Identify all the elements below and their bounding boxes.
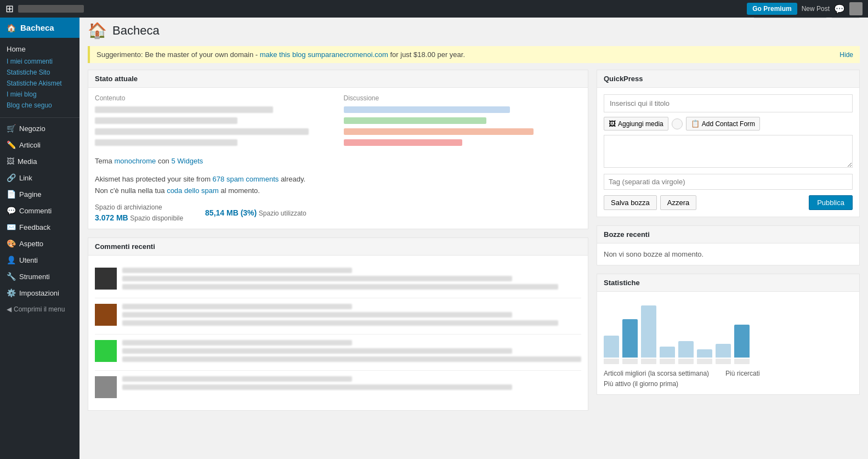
stats-chart <box>604 298 853 364</box>
wp-logo-icon[interactable]: ⊞ <box>5 3 14 15</box>
add-media-button[interactable]: 🖼 Aggiungi media <box>604 117 668 131</box>
new-post-link[interactable]: New Post <box>802 5 830 13</box>
utenti-icon: 👤 <box>7 256 16 264</box>
comment-item-1 <box>95 262 581 298</box>
blurred-bar-3 <box>95 128 309 135</box>
sidebar-subitem-miei-blog[interactable]: I miei blog <box>0 89 80 100</box>
sidebar-item-utenti[interactable]: 👤 Utenti <box>0 252 80 268</box>
comment-blurred-text-4 <box>122 320 558 326</box>
bacheca-icon: 🏠 <box>88 21 107 39</box>
screen-options-button[interactable]: Impostazioni schermo ▾ <box>753 18 827 18</box>
add-contact-form-button[interactable]: 📋 Add Contact Form <box>686 117 760 131</box>
statistiche-header: Statistiche <box>597 274 859 292</box>
sidebar-item-aspetto-label: Aspetto <box>19 240 43 248</box>
sidebar-item-pagine-label: Pagine <box>19 190 41 199</box>
coda-spam-link[interactable]: coda dello spam <box>167 186 219 195</box>
notice-hide-button[interactable]: Hide <box>839 51 853 59</box>
stat-bar-label <box>697 359 712 364</box>
articoli-icon: ✏️ <box>7 140 16 149</box>
sidebar-item-aspetto[interactable]: 🎨 Aspetto <box>0 235 80 252</box>
salva-bozza-button[interactable]: Salva bozza <box>604 195 657 210</box>
sidebar: 🏠 Bacheca Home I miei commenti Statistic… <box>0 18 80 459</box>
sidebar-item-utenti-label: Utenti <box>19 256 38 264</box>
sidebar-title[interactable]: Bacheca <box>20 23 54 32</box>
quickpress-actions: Salva bozza Azzera Pubblica <box>604 195 853 210</box>
stat-bar <box>641 305 656 358</box>
sidebar-item-media[interactable]: 🖼 Media <box>0 153 80 169</box>
right-column: QuickPress 🖼 Aggiungi media 📋 Add Con <box>597 70 860 419</box>
notification-icon[interactable]: 💬 <box>834 4 845 14</box>
sidebar-subitem-commenti[interactable]: I miei commenti <box>0 56 80 67</box>
comment-item-3 <box>95 335 581 371</box>
stat-bar-group <box>660 347 675 364</box>
sidebar-item-feedback-label: Feedback <box>19 223 50 231</box>
stat-bar-label <box>716 359 731 364</box>
toolbar-separator <box>672 118 683 129</box>
comment-blurred-name-1 <box>122 268 352 273</box>
colored-bar-4 <box>344 139 463 146</box>
sidebar-item-link[interactable]: 🔗 Link <box>0 169 80 186</box>
sidebar-subitem-statistiche-sito[interactable]: Statistiche Sito <box>0 67 80 78</box>
spam-link[interactable]: 678 spam comments <box>213 175 279 183</box>
negozio-icon: 🛒 <box>7 124 16 133</box>
user-area <box>849 2 863 15</box>
stat-bar-group <box>641 305 656 364</box>
azzera-button[interactable]: Azzera <box>660 195 696 210</box>
comment-blurred-text-5 <box>122 348 512 354</box>
sidebar-item-strumenti[interactable]: 🔧 Strumenti <box>0 268 80 285</box>
bozze-recenti-header: Bozze recenti <box>597 226 859 243</box>
comment-item-2 <box>95 298 581 335</box>
sidebar-item-commenti[interactable]: 💬 Commenti <box>0 202 80 219</box>
sidebar-item-pagine[interactable]: 📄 Pagine <box>0 186 80 202</box>
notice-make-blog-link[interactable]: make this blog <box>260 50 306 59</box>
user-avatar[interactable] <box>849 2 863 15</box>
sidebar-item-impostazioni[interactable]: ⚙️ Impostazioni <box>0 285 80 301</box>
quickpress-widget: QuickPress 🖼 Aggiungi media 📋 Add Con <box>597 70 860 217</box>
storage-info: Spazio di archiviazione 3.072 MB Spazio … <box>95 203 581 222</box>
statistiche-body: Articoli migliori (la scorsa settimana) … <box>597 292 859 394</box>
dashboard-columns: Stato attuale Contenuto Discuss <box>88 70 860 419</box>
stat-bar-label <box>734 359 750 364</box>
comment-avatar-4 <box>95 376 117 398</box>
widgets-link[interactable]: 5 Widgets <box>171 157 203 165</box>
comment-content-4 <box>122 376 581 398</box>
strumenti-icon: 🔧 <box>7 272 16 281</box>
stat-bar <box>697 349 712 358</box>
commenti-recenti-body <box>88 256 588 410</box>
tema-link[interactable]: monochrome <box>114 157 156 165</box>
sidebar-item-articoli[interactable]: ✏️ Articoli <box>0 137 80 153</box>
comment-blurred-text-7 <box>122 384 512 390</box>
sidebar-subitem-statistiche-akismet[interactable]: Statistiche Akismet <box>0 78 80 89</box>
link-icon: 🔗 <box>7 173 16 182</box>
comment-avatar-2 <box>95 304 117 326</box>
quickpress-content-input[interactable] <box>604 135 853 168</box>
collapse-menu[interactable]: ◀ Comprimi il menu <box>0 301 80 318</box>
stato-attuale-body: Contenuto Discussione <box>88 88 588 229</box>
collapse-label: Comprimi il menu <box>14 305 65 313</box>
notice-domain-link[interactable]: sumparanecromenoi.com <box>308 50 388 59</box>
sidebar-subitem-blog-seguo[interactable]: Blog che seguo <box>0 100 80 111</box>
help-button[interactable]: Aiuto ▾ <box>831 18 860 18</box>
commenti-recenti-widget: Commenti recenti <box>88 237 588 411</box>
notice-bar: Suggerimento: Be the master of your own … <box>88 46 860 63</box>
stat-bar <box>622 319 638 358</box>
no-bozze-text: Non vi sono bozze al momento. <box>604 250 853 258</box>
sidebar-item-feedback[interactable]: ✉️ Feedback <box>0 219 80 235</box>
notice-text: Suggerimento: Be the master of your own … <box>97 50 465 59</box>
sidebar-item-articoli-label: Articoli <box>19 141 41 149</box>
comment-item-4 <box>95 371 581 404</box>
stats-label-2: Più ricercati <box>725 370 760 377</box>
contenuto-label: Contenuto <box>95 94 333 102</box>
quickpress-tags-input[interactable] <box>604 174 853 190</box>
pubblica-button[interactable]: Pubblica <box>809 195 853 210</box>
stats-labels: Articoli migliori (la scorsa settimana) … <box>604 370 853 377</box>
stat-bar <box>678 341 694 358</box>
go-premium-button[interactable]: Go Premium <box>747 3 797 15</box>
comment-blurred-text-3 <box>122 312 512 318</box>
stat-bar-group <box>734 325 750 364</box>
stat-bar-label <box>678 359 694 364</box>
home-icon: 🏠 <box>7 24 16 32</box>
quickpress-title-input[interactable] <box>604 94 853 112</box>
sidebar-item-negozio[interactable]: 🛒 Negozio <box>0 120 80 137</box>
sidebar-item-home[interactable]: Home <box>0 42 80 56</box>
